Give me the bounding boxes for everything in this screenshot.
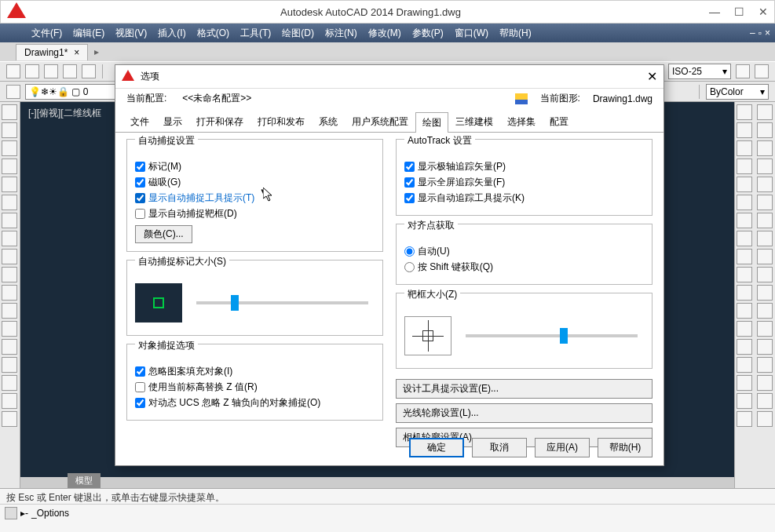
modify2-tool-icon[interactable] [757, 159, 773, 174]
menu-params[interactable]: 参数(P) [412, 27, 444, 40]
layer-icon[interactable] [6, 85, 20, 99]
tab-profiles[interactable]: 配置 [543, 111, 576, 132]
modify-tool-icon[interactable] [737, 411, 752, 427]
mtext-tool-icon[interactable] [2, 321, 17, 337]
tab-file[interactable]: 文件 [123, 111, 156, 132]
tool-icon[interactable] [736, 64, 750, 78]
menu-draw[interactable]: 绘图(D) [282, 27, 314, 40]
auto-radio[interactable]: 自动(U) [404, 245, 644, 258]
open-icon[interactable] [25, 64, 39, 78]
block-tool-icon[interactable] [2, 339, 17, 355]
circle-tool-icon[interactable] [2, 140, 17, 156]
colors-button[interactable]: 颜色(C)... [135, 225, 192, 243]
modify-tool-icon[interactable] [737, 303, 752, 319]
modify2-tool-icon[interactable] [757, 321, 773, 337]
table-tool-icon[interactable] [2, 285, 17, 301]
dim-style-dropdown[interactable]: ISO-25▾ [668, 64, 731, 79]
text-tool-icon[interactable] [2, 303, 17, 319]
menu-help[interactable]: 帮助(H) [499, 27, 532, 40]
menu-tools[interactable]: 工具(T) [240, 27, 271, 40]
modify-tool-icon[interactable] [737, 357, 752, 373]
horizontal-scrollbar[interactable] [20, 477, 734, 488]
region-tool-icon[interactable] [2, 267, 17, 282]
modify2-tool-icon[interactable] [757, 249, 773, 264]
menu-edit[interactable]: 编辑(E) [73, 27, 104, 40]
modify-tool-icon[interactable] [737, 159, 752, 174]
modify-tool-icon[interactable] [737, 339, 752, 355]
close-tab-icon[interactable]: × [74, 47, 79, 58]
extra-tool-icon[interactable] [2, 375, 17, 391]
apply-button[interactable]: 应用(A) [535, 438, 590, 457]
light-glyph-button[interactable]: 光线轮廓设置(L)... [396, 403, 653, 423]
fullscreen-track-checkbox[interactable]: 显示全屏追踪矢量(F) [404, 176, 644, 189]
ignore-hatch-checkbox[interactable]: 忽略图案填充对象(I) [135, 365, 375, 378]
menu-insert[interactable]: 插入(I) [158, 27, 185, 40]
doc-restore-icon[interactable]: ▫ [759, 27, 762, 38]
dialog-close-button[interactable]: ✕ [647, 69, 657, 84]
tab-open-save[interactable]: 打开和保存 [189, 111, 250, 132]
modify2-tool-icon[interactable] [757, 393, 773, 409]
layer-dropdown[interactable]: 💡❄☀🔒 ▢ 0 [25, 84, 127, 100]
modify-tool-icon[interactable] [737, 249, 752, 264]
undo-icon[interactable] [82, 64, 96, 78]
menu-modify[interactable]: 修改(M) [368, 27, 401, 40]
modify2-tool-icon[interactable] [757, 195, 773, 210]
design-tooltip-button[interactable]: 设计工具提示设置(E)... [396, 379, 653, 399]
document-tab[interactable]: Drawing1* × [16, 44, 88, 60]
point-tool-icon[interactable] [2, 231, 17, 246]
hatch-tool-icon[interactable] [2, 213, 17, 228]
tab-selection[interactable]: 选择集 [500, 111, 543, 132]
print-icon[interactable] [63, 64, 77, 78]
tab-plot[interactable]: 打印和发布 [250, 111, 312, 132]
modify2-tool-icon[interactable] [757, 122, 773, 138]
menu-dimension[interactable]: 标注(N) [325, 27, 357, 40]
modify-tool-icon[interactable] [737, 177, 752, 192]
extra-tool-icon[interactable] [2, 411, 17, 427]
menu-file[interactable]: 文件(F) [31, 27, 62, 40]
modify2-tool-icon[interactable] [757, 285, 773, 301]
modify2-tool-icon[interactable] [757, 104, 773, 120]
menu-format[interactable]: 格式(O) [197, 27, 229, 40]
tab-display[interactable]: 显示 [156, 111, 189, 132]
spline-tool-icon[interactable] [2, 249, 17, 264]
new-icon[interactable] [6, 64, 20, 78]
ok-button[interactable]: 确定 [409, 438, 464, 457]
polyline-tool-icon[interactable] [2, 122, 17, 138]
close-button[interactable]: ✕ [759, 5, 768, 18]
modify2-tool-icon[interactable] [757, 231, 773, 246]
modify-tool-icon[interactable] [737, 195, 752, 210]
minimize-button[interactable]: — [709, 5, 720, 18]
modify-tool-icon[interactable] [737, 122, 752, 138]
modify-tool-icon[interactable] [737, 375, 752, 391]
modify-tool-icon[interactable] [737, 231, 752, 246]
help-button[interactable]: 帮助(H) [598, 438, 653, 457]
modify2-tool-icon[interactable] [757, 339, 773, 355]
menu-view[interactable]: 视图(V) [115, 27, 147, 40]
modify2-tool-icon[interactable] [757, 303, 773, 319]
replace-z-checkbox[interactable]: 使用当前标高替换 Z 值(R) [135, 381, 375, 394]
aperture-checkbox[interactable]: 显示自动捕捉靶框(D) [135, 207, 375, 220]
modify2-tool-icon[interactable] [757, 375, 773, 391]
doc-close-icon[interactable]: × [765, 27, 770, 38]
modify2-tool-icon[interactable] [757, 411, 773, 427]
modify-tool-icon[interactable] [737, 285, 752, 301]
shift-radio[interactable]: 按 Shift 键获取(Q) [404, 261, 644, 274]
ellipse-tool-icon[interactable] [2, 195, 17, 210]
insert-tool-icon[interactable] [2, 357, 17, 373]
extra-tool-icon[interactable] [2, 393, 17, 409]
model-tab[interactable]: 模型 [68, 473, 101, 488]
tab-3d[interactable]: 三维建模 [448, 111, 500, 132]
rect-tool-icon[interactable] [2, 177, 17, 192]
modify2-tool-icon[interactable] [757, 267, 773, 282]
new-tab-button[interactable]: ▸ [94, 46, 99, 57]
magnet-checkbox[interactable]: 磁吸(G) [135, 176, 375, 189]
tab-drafting[interactable]: 绘图 [415, 112, 448, 133]
aperture-size-slider[interactable] [466, 334, 638, 337]
tooltip-checkbox[interactable]: 显示自动捕捉工具提示(T) [135, 191, 375, 205]
maximize-button[interactable]: ☐ [734, 5, 744, 18]
save-icon[interactable] [44, 64, 58, 78]
tab-user[interactable]: 用户系统配置 [345, 111, 415, 132]
modify-tool-icon[interactable] [737, 393, 752, 409]
marker-size-slider[interactable] [196, 301, 368, 304]
modify2-tool-icon[interactable] [757, 140, 773, 156]
